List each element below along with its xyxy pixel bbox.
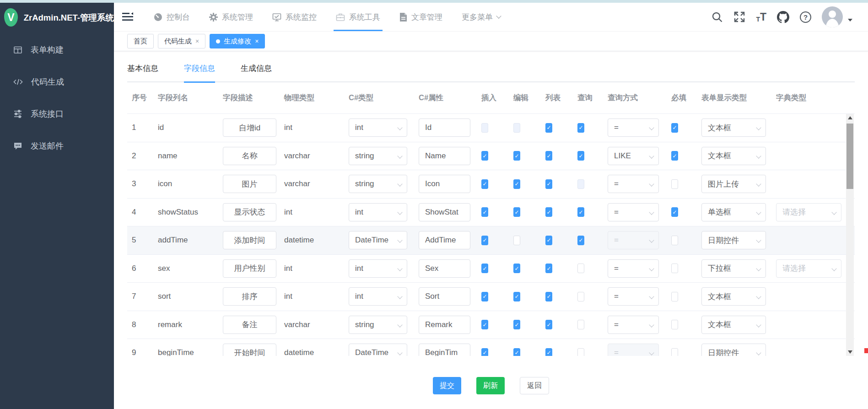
query-checkbox[interactable]: ✓ xyxy=(577,236,584,245)
dict-type-select[interactable]: 请选择 xyxy=(776,203,841,221)
cs-type-select[interactable]: int xyxy=(349,118,407,137)
topnav-item-more-menu[interactable]: 更多菜单 xyxy=(452,3,510,31)
cs-type-select[interactable]: string xyxy=(349,147,407,165)
scrollbar-thumb[interactable] xyxy=(846,124,853,189)
query-checkbox[interactable]: ✓ xyxy=(577,207,584,217)
scroll-down-button[interactable] xyxy=(846,348,854,356)
required-checkbox[interactable]: ✓ xyxy=(671,151,678,161)
cs-property-input[interactable]: Name xyxy=(419,147,470,165)
cs-property-input[interactable]: Sort xyxy=(419,287,470,306)
display-type-select[interactable]: 日期控件 xyxy=(701,231,766,249)
query-checkbox[interactable]: ✓ xyxy=(577,151,584,161)
field-description-input[interactable]: 显示状态 xyxy=(223,203,276,221)
tab-generation-info[interactable]: 生成信息 xyxy=(241,63,272,81)
cs-property-input[interactable]: Sex xyxy=(419,259,470,278)
insert-checkbox[interactable]: ✓ xyxy=(481,264,488,273)
tag-code-generation[interactable]: 代码生成 × xyxy=(158,34,205,48)
field-description-input[interactable]: 开始时间 xyxy=(223,344,276,356)
list-checkbox[interactable]: ✓ xyxy=(545,348,552,356)
sidebar-item-api[interactable]: 系统接口 xyxy=(0,98,114,130)
list-checkbox[interactable]: ✓ xyxy=(545,320,552,329)
query-checkbox[interactable] xyxy=(577,320,584,329)
list-checkbox[interactable]: ✓ xyxy=(545,264,552,273)
required-checkbox[interactable] xyxy=(671,348,678,356)
query-checkbox[interactable]: ✓ xyxy=(577,123,584,133)
sidebar-item-form-builder[interactable]: 表单构建 xyxy=(0,34,114,66)
required-checkbox[interactable] xyxy=(671,179,678,189)
search-icon[interactable] xyxy=(712,11,723,23)
field-description-input[interactable]: 名称 xyxy=(223,147,276,165)
query-type-select[interactable]: = xyxy=(608,118,659,137)
cs-type-select[interactable]: DateTime xyxy=(349,231,407,249)
cs-type-select[interactable]: int xyxy=(349,287,407,306)
edit-checkbox[interactable]: ✓ xyxy=(513,179,520,189)
query-type-select[interactable]: = xyxy=(608,259,659,278)
insert-checkbox[interactable]: ✓ xyxy=(481,179,488,189)
cs-property-input[interactable]: ShowStat xyxy=(419,203,470,221)
field-description-input[interactable]: 添加时间 xyxy=(223,231,276,249)
fullscreen-icon[interactable] xyxy=(733,11,745,23)
list-checkbox[interactable]: ✓ xyxy=(545,179,552,189)
topnav-item-console[interactable]: 控制台 xyxy=(144,3,199,31)
user-avatar[interactable] xyxy=(822,6,843,27)
font-size-icon[interactable]: TT xyxy=(756,12,766,22)
avatar-caret-icon[interactable] xyxy=(848,19,852,22)
list-checkbox[interactable]: ✓ xyxy=(545,236,552,245)
query-type-select[interactable]: = xyxy=(608,175,659,193)
required-checkbox[interactable] xyxy=(671,236,678,245)
cs-type-select[interactable]: int xyxy=(349,259,407,278)
query-checkbox[interactable] xyxy=(577,292,584,301)
topnav-item-article-management[interactable]: 文章管理 xyxy=(390,3,452,31)
dict-type-select[interactable]: 请选择 xyxy=(776,259,841,278)
edit-checkbox[interactable]: ✓ xyxy=(513,207,520,217)
query-type-select[interactable]: = xyxy=(608,316,659,334)
required-checkbox[interactable] xyxy=(671,292,678,301)
back-button[interactable]: 返回 xyxy=(520,377,549,394)
sidebar-item-send-mail[interactable]: 发送邮件 xyxy=(0,130,114,162)
cs-type-select[interactable]: string xyxy=(349,316,407,334)
required-checkbox[interactable]: ✓ xyxy=(671,207,678,217)
topnav-item-system-tools[interactable]: 系统工具 xyxy=(326,3,390,31)
edit-checkbox[interactable] xyxy=(513,236,520,245)
close-icon[interactable]: × xyxy=(195,38,199,45)
display-type-select[interactable]: 文本框 xyxy=(701,118,766,137)
cs-type-select[interactable]: DateTime xyxy=(349,344,407,356)
cs-property-input[interactable]: BeginTim xyxy=(419,344,470,356)
query-type-select[interactable]: LIKE xyxy=(608,147,659,165)
required-checkbox[interactable] xyxy=(671,320,678,329)
field-description-input[interactable]: 排序 xyxy=(223,287,276,306)
sidebar-collapse-button[interactable] xyxy=(122,12,133,22)
cs-property-input[interactable]: Remark xyxy=(419,316,470,334)
query-checkbox[interactable] xyxy=(577,348,584,356)
query-type-select[interactable]: = xyxy=(608,287,659,306)
sidebar-item-code-generation[interactable]: 代码生成 xyxy=(0,66,114,98)
cs-property-input[interactable]: Icon xyxy=(419,175,470,193)
table-scrollbar[interactable] xyxy=(846,114,854,356)
required-checkbox[interactable] xyxy=(671,264,678,273)
display-type-select[interactable]: 单选框 xyxy=(701,203,766,221)
list-checkbox[interactable]: ✓ xyxy=(545,123,552,133)
edit-checkbox[interactable]: ✓ xyxy=(513,348,520,356)
list-checkbox[interactable]: ✓ xyxy=(545,292,552,301)
edit-checkbox[interactable]: ✓ xyxy=(513,292,520,301)
edit-checkbox[interactable]: ✓ xyxy=(513,320,520,329)
cs-type-select[interactable]: int xyxy=(349,203,407,221)
insert-checkbox[interactable]: ✓ xyxy=(481,207,488,217)
insert-checkbox[interactable]: ✓ xyxy=(481,292,488,301)
display-type-select[interactable]: 图片上传 xyxy=(701,175,766,193)
tab-basic-info[interactable]: 基本信息 xyxy=(127,63,158,81)
close-icon[interactable]: × xyxy=(255,38,259,45)
display-type-select[interactable]: 下拉框 xyxy=(701,259,766,278)
tag-generation-edit[interactable]: 生成修改 × xyxy=(210,34,265,48)
insert-checkbox[interactable]: ✓ xyxy=(481,236,488,245)
edit-checkbox[interactable]: ✓ xyxy=(513,151,520,161)
topnav-item-system-management[interactable]: 系统管理 xyxy=(199,3,263,31)
cs-property-input[interactable]: Id xyxy=(419,118,470,137)
field-description-input[interactable]: 备注 xyxy=(223,316,276,334)
field-description-input[interactable]: 自增id xyxy=(223,118,276,137)
help-icon[interactable]: ? xyxy=(800,11,811,23)
cs-property-input[interactable]: AddTime xyxy=(419,231,470,249)
field-description-input[interactable]: 用户性别 xyxy=(223,259,276,278)
tab-field-info[interactable]: 字段信息 xyxy=(184,63,215,81)
display-type-select[interactable]: 文本框 xyxy=(701,316,766,334)
